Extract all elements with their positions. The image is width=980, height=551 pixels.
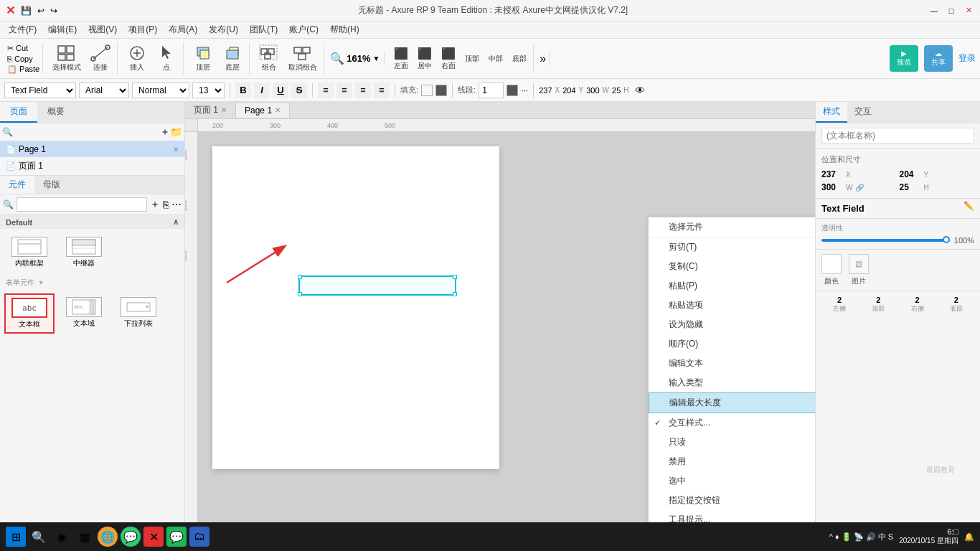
close-page-icon[interactable]: ✕ xyxy=(173,146,179,154)
image-swatch[interactable]: 🖼 xyxy=(849,254,869,274)
ctx-disabled[interactable]: 禁用 xyxy=(649,452,815,471)
fill-swatch-dark[interactable] xyxy=(435,85,447,96)
menu-project[interactable]: 项目(P) xyxy=(123,22,163,37)
maximize-button[interactable]: □ xyxy=(946,5,957,17)
ctx-cut[interactable]: 剪切(T) xyxy=(649,237,815,257)
widget-relay[interactable]: 中继器 xyxy=(59,233,109,272)
font-select[interactable]: Arial xyxy=(79,83,129,98)
handle-tl[interactable] xyxy=(298,275,302,279)
start-button[interactable]: ⊞ xyxy=(6,527,26,547)
bold-button[interactable]: B xyxy=(235,83,251,98)
widget-more-icon[interactable]: ⋯ xyxy=(171,199,182,210)
canvas-tab-page2[interactable]: Page 1 ✕ xyxy=(236,103,290,118)
copy-btn[interactable]: ⎘ Copy xyxy=(7,55,39,63)
size-select[interactable]: 13 xyxy=(192,83,225,98)
left-align-button[interactable]: ⬛ 左面 xyxy=(390,44,412,73)
handle-bl[interactable] xyxy=(298,292,302,296)
widget-textbox[interactable]: abc 文本框 xyxy=(4,293,55,334)
visibility-icon[interactable]: 👁 xyxy=(635,85,645,96)
ungroup-button[interactable]: 取消组合 xyxy=(285,42,321,75)
strikethrough-button[interactable]: S xyxy=(291,83,307,98)
page-item-page2[interactable]: 📄 页面 1 xyxy=(0,157,184,175)
insert-button[interactable]: 插入 xyxy=(123,42,151,75)
menu-team[interactable]: 团队(T) xyxy=(244,22,283,37)
opacity-slider[interactable] xyxy=(821,239,950,242)
menu-file[interactable]: 文件(F) xyxy=(3,22,42,37)
opacity-handle[interactable] xyxy=(943,236,950,243)
bottom-align-button[interactable]: 底部 xyxy=(509,51,530,66)
menu-view[interactable]: 视图(V) xyxy=(83,22,123,37)
top-layer-button[interactable]: 顶层 xyxy=(189,42,217,75)
middle-align-button[interactable]: 中部 xyxy=(485,51,507,66)
ctx-tooltip[interactable]: 工具提示... xyxy=(649,510,815,522)
tab-masters[interactable]: 母版 xyxy=(34,176,69,194)
menu-help[interactable]: 帮助(H) xyxy=(324,22,365,37)
widget-search-input[interactable] xyxy=(17,197,147,212)
add-folder-icon[interactable]: 📁 xyxy=(170,126,182,138)
underline-button[interactable]: U xyxy=(273,83,288,98)
widget-add-icon[interactable]: ＋ xyxy=(150,198,160,211)
taskbar-app2-button[interactable]: 🗂 xyxy=(189,527,209,547)
tab-pages[interactable]: 页面 xyxy=(0,102,37,123)
line-width-input[interactable] xyxy=(479,83,504,98)
ctx-order[interactable]: 顺序(O) ▶ xyxy=(649,334,815,354)
redo-icon[interactable]: ↪ xyxy=(50,6,57,16)
align-left-button[interactable]: ≡ xyxy=(318,83,334,98)
pages-search-input[interactable] xyxy=(13,128,160,136)
handle-br[interactable] xyxy=(453,292,457,296)
close-button[interactable]: ✕ xyxy=(963,5,974,17)
menu-publish[interactable]: 发布(U) xyxy=(203,22,244,37)
group-button[interactable]: 组合 xyxy=(255,42,283,75)
style-select[interactable]: Normal xyxy=(132,83,189,98)
save-icon[interactable]: 💾 xyxy=(21,6,32,16)
taskbar-browser-button[interactable]: 🌐 xyxy=(98,527,118,547)
page-item-page1[interactable]: 📄 Page 1 ✕ xyxy=(0,141,184,157)
point-button[interactable]: 点 xyxy=(153,42,180,75)
taskbar-axure-button[interactable]: ✕ xyxy=(143,527,164,547)
taskbar-files-button[interactable]: ▦ xyxy=(75,527,95,547)
widget-dropdown[interactable]: 下拉列表 xyxy=(113,293,164,334)
cut-btn[interactable]: ✂ Cut xyxy=(7,44,39,53)
widget-textarea[interactable]: abc 文本域 xyxy=(59,293,109,334)
zoom-dropdown-icon[interactable]: ▼ xyxy=(372,55,380,62)
ctx-paste-options[interactable]: 粘贴选项 ▶ xyxy=(649,296,815,315)
task-view-button[interactable]: ◉ xyxy=(52,527,72,547)
menu-edit[interactable]: 编辑(E) xyxy=(42,22,83,37)
tab-style[interactable]: 样式 xyxy=(816,102,847,123)
add-page-icon[interactable]: ＋ xyxy=(160,126,170,138)
widget-collapse-icon[interactable]: ∧ xyxy=(173,217,179,227)
paste-btn[interactable]: 📋 Paste xyxy=(7,65,39,74)
line-color-swatch[interactable] xyxy=(507,85,518,96)
search-button[interactable]: 🔍 xyxy=(29,527,49,547)
ctx-set-hidden[interactable]: 设为隐藏 xyxy=(649,315,815,334)
tab-interact[interactable]: 交互 xyxy=(847,102,879,123)
ctx-paste[interactable]: 粘贴(P) xyxy=(649,276,815,296)
menu-account[interactable]: 账户(C) xyxy=(283,22,324,37)
canvas-tab-page1[interactable]: 页面 1 ✕ xyxy=(185,102,236,118)
ctx-selected[interactable]: 选中 xyxy=(649,471,815,491)
menu-layout[interactable]: 布局(A) xyxy=(163,22,203,37)
ctx-interaction-style[interactable]: ✓ 交互样式... xyxy=(649,413,815,433)
ctx-edit-max-length[interactable]: 编辑最大长度 xyxy=(649,392,815,413)
close-page2-tab[interactable]: ✕ xyxy=(275,106,281,114)
ctx-copy[interactable]: 复制(C) xyxy=(649,257,815,276)
widget-name-input[interactable] xyxy=(821,128,974,143)
line-style-icon[interactable]: ··· xyxy=(521,85,528,95)
select-mode-button[interactable]: 选择模式 xyxy=(49,42,85,75)
lock-ratio-icon[interactable]: 🔗 xyxy=(855,184,864,192)
taskbar-wechat-button[interactable]: 💬 xyxy=(166,527,187,547)
tab-elements[interactable]: 元件 xyxy=(0,176,34,194)
right-align-button[interactable]: ⬛ 右面 xyxy=(438,44,459,73)
center-align-button[interactable]: ⬛ 居中 xyxy=(414,44,435,73)
ctx-edit-text[interactable]: 编辑文本 xyxy=(649,354,815,373)
top-align-button[interactable]: 顶部 xyxy=(461,51,483,66)
align-center-button[interactable]: ≡ xyxy=(336,83,352,98)
preview-button[interactable]: ▶ 预览 xyxy=(890,45,918,72)
taskbar-app1-button[interactable]: 💬 xyxy=(121,527,141,547)
widget-inline-frame[interactable]: 内联框架 xyxy=(4,233,55,272)
undo-icon[interactable]: ↩ xyxy=(37,6,44,16)
handle-tr[interactable] xyxy=(453,275,457,279)
notification-icon[interactable]: 🔔 xyxy=(964,532,974,542)
login-button[interactable]: 登录 xyxy=(958,52,976,65)
fill-swatch-empty[interactable] xyxy=(421,85,433,96)
